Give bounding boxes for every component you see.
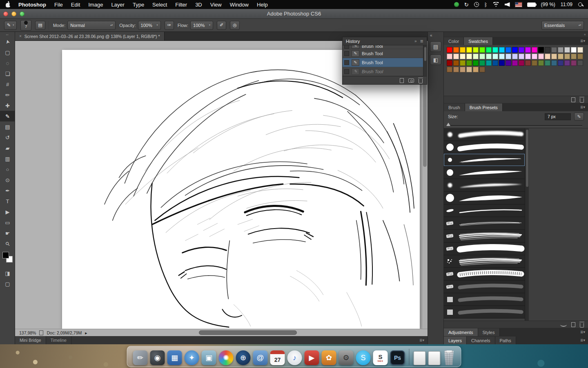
delete-swatch-trash-icon[interactable] <box>580 98 584 103</box>
window-minimize-button[interactable] <box>11 11 16 16</box>
color-swatch[interactable] <box>460 67 466 72</box>
brush-preset-row[interactable] <box>444 179 525 192</box>
clone-stamp-tool[interactable]: ▤ <box>0 121 15 132</box>
airbrush-button[interactable]: ✐ <box>217 21 226 30</box>
history-source-checkbox[interactable] <box>344 51 349 56</box>
tool-preset-picker[interactable]: ✎ ▾ <box>4 21 17 30</box>
color-swatch[interactable] <box>525 47 531 53</box>
dock-skype[interactable]: S <box>356 350 371 365</box>
wifi-icon[interactable] <box>493 2 499 7</box>
dodge-tool[interactable]: ⊙ <box>0 175 15 185</box>
color-swatch[interactable] <box>519 54 524 59</box>
window-titlebar[interactable]: Adobe Photoshop CS6 <box>0 9 588 19</box>
menu-extra-green-icon[interactable] <box>454 2 459 7</box>
color-swatch[interactable] <box>538 60 544 66</box>
color-swatch[interactable] <box>519 47 524 53</box>
panel-grip[interactable]: ▪▪ <box>0 33 15 36</box>
zoom-tool[interactable]: ⚲ <box>0 238 15 249</box>
rectangle-tool[interactable]: ▭ <box>0 217 15 228</box>
new-document-from-state-icon[interactable] <box>400 78 404 83</box>
color-swatch[interactable] <box>564 54 570 59</box>
color-swatch[interactable] <box>506 60 511 66</box>
tab-styles[interactable]: Styles <box>478 328 500 336</box>
history-entry[interactable]: ✎Brush Tool <box>343 67 427 76</box>
color-swatch[interactable] <box>479 54 485 59</box>
color-swatch[interactable] <box>473 47 479 53</box>
window-zoom-button[interactable] <box>20 11 24 16</box>
dock-system-preferences[interactable]: ⚙ <box>339 350 354 365</box>
brush-preset-row[interactable] <box>444 128 525 141</box>
color-swatch[interactable] <box>499 47 505 53</box>
opacity-dropdown[interactable]: 100% ▾ <box>138 21 161 30</box>
dock-dvd-app[interactable]: ▶ <box>305 350 319 365</box>
menu-edit[interactable]: Edit <box>67 2 84 8</box>
history-scrollbar[interactable] <box>423 45 427 76</box>
canvas-sketch[interactable] <box>62 50 420 329</box>
new-brush-icon[interactable] <box>571 322 575 327</box>
color-swatch[interactable] <box>479 47 485 53</box>
quick-mask-button[interactable]: ◨ <box>0 268 15 278</box>
menu-window[interactable]: Window <box>226 2 253 8</box>
color-swatch[interactable] <box>453 60 459 66</box>
time-machine-clock-icon[interactable] <box>474 2 479 7</box>
input-language-flag-icon[interactable] <box>515 2 522 7</box>
color-swatch[interactable] <box>519 60 524 66</box>
horizontal-scrollbar-thumb[interactable] <box>199 330 297 335</box>
panel-menu-icon[interactable]: ≣ <box>420 39 423 43</box>
foreground-color-swatch[interactable] <box>2 252 9 258</box>
color-swatch[interactable] <box>564 47 570 53</box>
menu-bar-clock[interactable]: 11:09 <box>561 2 572 7</box>
eraser-tool[interactable]: ▰ <box>0 143 15 153</box>
blend-mode-dropdown[interactable]: Normal ▴▾ <box>67 21 116 30</box>
dock-trash[interactable] <box>443 350 455 365</box>
quick-selection-tool[interactable]: ❏ <box>0 68 15 79</box>
history-brush-tool[interactable]: ↺ <box>0 132 15 143</box>
color-swatch[interactable] <box>499 60 505 66</box>
brush-preset-row[interactable] <box>444 268 525 280</box>
color-swatch[interactable] <box>506 54 511 59</box>
document-proxy-icon[interactable] <box>39 330 43 335</box>
panel-menu-icon[interactable]: ≣▾ <box>580 105 588 109</box>
history-scrollbar-thumb[interactable] <box>424 47 426 61</box>
brush-tool[interactable]: ✎ <box>0 111 15 121</box>
dock-media-manager-app[interactable]: ▦ <box>167 350 182 365</box>
tab-brush[interactable]: Brush <box>444 103 465 111</box>
color-swatch[interactable] <box>564 60 570 66</box>
brush-preset-row[interactable] <box>444 166 525 179</box>
history-entry[interactable]: ✎Brush Tool <box>343 58 427 67</box>
color-swatch[interactable] <box>558 54 564 59</box>
dock-minimized-window-1[interactable] <box>414 351 426 365</box>
path-selection-tool[interactable]: ▶ <box>0 206 15 217</box>
color-swatch[interactable] <box>571 54 577 59</box>
color-swatch[interactable] <box>551 60 557 66</box>
type-tool[interactable]: T <box>0 196 15 206</box>
hand-tool[interactable]: ☛ <box>0 228 15 238</box>
gradient-tool[interactable]: ▥ <box>0 153 15 164</box>
color-swatch[interactable] <box>466 67 472 72</box>
tab-layers[interactable]: Layers <box>444 337 467 344</box>
status-options-arrow-icon[interactable]: ▸ <box>85 330 87 335</box>
lasso-tool[interactable]: ◌ <box>0 58 15 68</box>
menu-help[interactable]: Help <box>253 2 272 8</box>
toggle-brush-panel-button[interactable]: ▤ <box>35 21 45 30</box>
apple-menu-icon[interactable] <box>6 2 11 8</box>
tab-timeline[interactable]: Timeline <box>46 336 71 344</box>
brush-preview-toggle-button[interactable]: ✎ <box>574 112 584 121</box>
color-swatch[interactable] <box>453 67 459 72</box>
volume-icon[interactable] <box>505 2 510 7</box>
tab-swatches[interactable]: Swatches <box>464 37 493 45</box>
brush-preset-row[interactable] <box>444 230 525 242</box>
dock-globe-app[interactable]: ⊕ <box>236 350 251 365</box>
brush-preset-row[interactable] <box>444 280 525 293</box>
color-swatch[interactable] <box>525 54 531 59</box>
dock-calendar[interactable]: 27 <box>270 350 285 365</box>
preset-scrollbar-thumb[interactable] <box>526 130 528 187</box>
color-swatch[interactable] <box>558 47 564 53</box>
color-swatch[interactable] <box>486 60 492 66</box>
dock-preview[interactable]: ▣ <box>202 350 216 365</box>
brush-preset-row[interactable] <box>444 204 525 217</box>
history-source-checkbox[interactable] <box>344 60 349 65</box>
dock-color-wheel-app[interactable]: ✺ <box>219 350 234 365</box>
color-swatch[interactable] <box>532 54 537 59</box>
color-swatch[interactable] <box>460 54 466 59</box>
